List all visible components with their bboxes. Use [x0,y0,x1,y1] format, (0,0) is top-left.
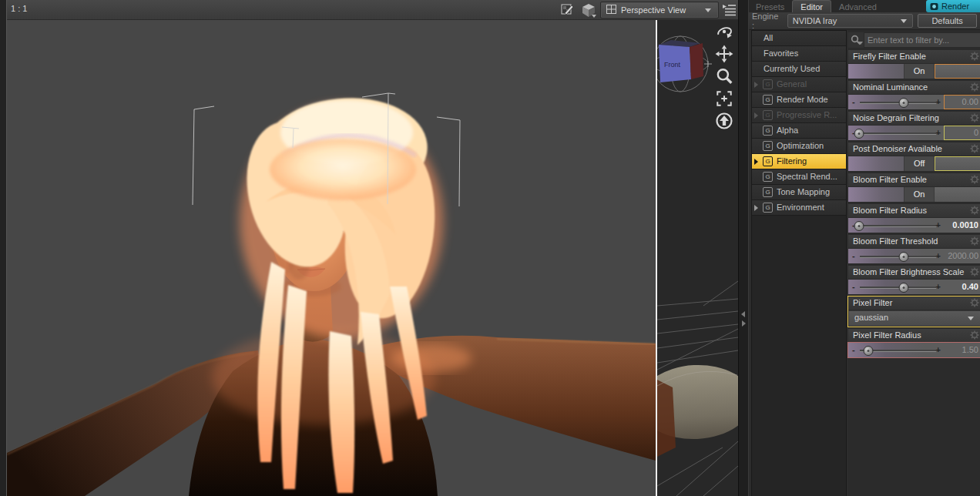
bloom-threshold-slider[interactable]: - + 2000.00 [848,249,980,263]
tab-editor[interactable]: Editor [792,0,831,12]
chevron-down-icon [705,8,711,12]
category-alpha[interactable]: GAlpha [752,123,846,139]
slider-thumb[interactable] [863,346,873,356]
increment-button[interactable]: + [936,249,941,263]
param-value[interactable]: 0.00 [942,95,978,109]
gear-icon[interactable] [970,113,979,125]
frame-icon[interactable] [713,89,735,108]
splitter-collapse-left-icon[interactable] [741,311,745,317]
category-progressive-rendering[interactable]: GProgressive R... [752,108,846,123]
slider-track[interactable] [860,102,936,103]
category-spectral-rendering[interactable]: GSpectral Rend... [752,169,846,185]
toggle-value: Off [904,156,935,171]
param-label: Pixel Filter [853,298,892,307]
increment-button[interactable]: + [936,280,941,294]
render-button[interactable]: Render [926,0,980,12]
orbit-icon[interactable] [713,22,735,41]
main-3d-viewport[interactable] [7,19,656,496]
dock-splitter[interactable] [738,0,749,496]
slider-track[interactable] [860,287,936,288]
increment-button[interactable]: + [936,95,941,109]
engine-selector[interactable]: NVIDIA Iray [787,14,913,28]
slider-track[interactable] [860,225,936,226]
tab-presets[interactable]: Presets [748,1,792,12]
category-tone-mapping[interactable]: GTone Mapping [752,185,846,200]
render-button-label: Render [941,2,969,11]
search-icon[interactable] [848,35,864,45]
param-value[interactable]: 0.40 [942,280,978,294]
draw-style-cube-icon[interactable] [579,2,598,20]
category-filtering[interactable]: GFiltering [752,154,846,169]
slider-track[interactable] [860,256,936,257]
param-label: Bloom Filter Brightness Scale [853,267,964,276]
firefly-filter-toggle[interactable]: On [848,64,980,79]
category-environment[interactable]: GEnvironment [752,200,846,216]
param-value[interactable]: 0 [942,126,978,140]
pixel-filter-dropdown[interactable]: gaussian [848,310,980,327]
splitter-collapse-right-icon[interactable] [742,320,746,327]
bloom-brightness-slider[interactable]: - + 0.40 [848,280,980,294]
home-icon[interactable] [713,112,735,130]
param-pixel-filter-radius: Pixel Filter Radius - + 1.50 [848,329,980,357]
increment-button[interactable]: + [936,343,941,357]
daz-studio-window: 1 : 1 Perspective View [0,0,980,496]
gear-icon[interactable] [970,330,979,342]
gear-icon[interactable] [970,267,979,279]
expander-arrow-icon[interactable] [754,159,761,165]
expander-arrow-icon[interactable] [754,205,761,211]
category-currently-used[interactable]: Currently Used [752,62,846,77]
filter-search-row [848,32,980,48]
pane-separator[interactable] [656,19,657,496]
category-general[interactable]: GGeneral [752,77,846,92]
decrement-button[interactable]: - [852,249,855,263]
defaults-button[interactable]: Defaults [918,14,977,28]
group-icon: G [763,156,773,166]
zoom-icon[interactable] [713,67,735,85]
slider-thumb[interactable] [899,98,909,108]
bloom-radius-slider[interactable]: - + 0.0010 [848,218,980,233]
gear-icon[interactable] [970,206,979,217]
gear-icon[interactable] [970,82,979,94]
category-all[interactable]: All [752,31,846,46]
gear-icon[interactable] [970,52,979,63]
param-value[interactable]: 0.0010 [942,218,978,233]
category-render-mode[interactable]: GRender Mode [752,92,846,108]
param-post-denoiser-available: Post Denoiser Available Off [848,142,980,171]
param-label: Noise Degrain Filtering [853,113,939,122]
nominal-luminance-slider[interactable]: - + 0.00 [848,95,980,109]
param-bloom-filter-enable: Bloom Filter Enable On [848,173,980,202]
gear-icon[interactable] [970,236,979,248]
expander-arrow-icon[interactable] [754,82,761,88]
viewport-toolbar: 1 : 1 Perspective View [0,0,738,20]
pan-icon[interactable] [713,45,735,63]
bloom-filter-toggle[interactable]: On [848,187,980,202]
decrement-button[interactable]: - [852,343,855,357]
param-value[interactable]: 1.50 [942,343,978,357]
tab-advanced[interactable]: Advanced [831,1,884,12]
decrement-button[interactable]: - [852,95,855,109]
group-icon: G [763,172,773,182]
category-optimization[interactable]: GOptimization [752,139,846,154]
decrement-button[interactable]: - [852,280,855,294]
increment-button[interactable]: + [936,218,941,233]
viewport-menu-icon[interactable] [722,3,737,18]
noise-degrain-slider[interactable]: - + 0 [848,126,980,140]
search-input[interactable] [864,32,980,48]
slider-track[interactable] [860,132,936,134]
increment-button[interactable]: + [936,126,941,140]
pixel-filter-radius-slider[interactable]: - + 1.50 [848,343,980,357]
gear-icon[interactable] [970,175,979,186]
category-favorites[interactable]: Favorites [752,46,846,62]
slider-thumb[interactable] [854,221,864,231]
expander-arrow-icon[interactable] [754,112,761,119]
slider-thumb[interactable] [854,129,864,139]
slider-thumb[interactable] [899,283,909,293]
gear-icon[interactable] [970,298,979,310]
gear-icon[interactable] [970,144,979,156]
param-value[interactable]: 2000.00 [942,249,978,263]
draw-settings-icon[interactable] [560,2,574,18]
slider-thumb[interactable] [899,252,909,262]
post-denoiser-toggle[interactable]: Off [848,156,980,171]
camera-selector[interactable]: Perspective View [600,2,719,18]
camera-selector-value: Perspective View [621,5,686,15]
